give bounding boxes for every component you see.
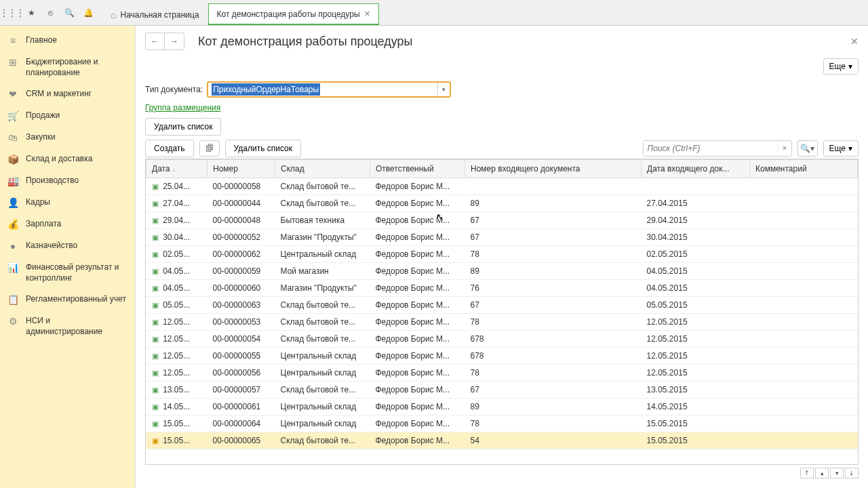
sidebar-item-label: Продажи [26,110,60,121]
clear-search-icon[interactable]: × [778,141,791,156]
sidebar-item-0[interactable]: ≡Главное [0,30,135,52]
sidebar-icon: 📊 [7,262,19,273]
sidebar-icon: 🛒 [7,110,19,121]
search-options-button[interactable]: 🔍▾ [797,140,818,157]
table-row[interactable]: ▣ 30.04...00-00000052Магазин "Продукты"Ф… [146,229,858,246]
doc-type-label: Тип документа: [145,85,203,94]
table-row[interactable]: ▣ 12.05...00-00000055Центральный складФе… [146,348,858,365]
sidebar-item-10[interactable]: 📊Финансовый результат и контроллинг [0,257,135,289]
tab-label: Начальная страница [120,10,199,20]
button-row-1: Удалить список [145,118,859,136]
sidebar-item-label: Регламентированный учет [26,294,126,305]
sidebar-icon: 📦 [7,154,19,165]
col-header[interactable]: Номер входящего документа [465,160,642,178]
copy-button[interactable]: 🗐 [199,140,220,157]
link-icon[interactable]: ⎋ [41,3,60,22]
forward-button[interactable]: → [165,33,184,49]
nav-last-icon[interactable]: ⤓ [845,468,859,479]
sidebar-item-4[interactable]: 🛍Закупки [0,127,135,148]
col-header[interactable]: Дата↓ [146,160,208,178]
close-icon[interactable]: ✕ [364,9,370,18]
table-row[interactable]: ▣ 02.05...00-00000062Центральный складФе… [146,246,858,263]
more-button[interactable]: Еще ▾ [823,58,859,75]
sidebar-item-label: Главное [26,35,57,46]
sidebar-item-11[interactable]: 📋Регламентированный учет [0,289,135,310]
sidebar-item-5[interactable]: 📦Склад и доставка [0,148,135,170]
table-row[interactable]: ▣ 12.05...00-00000056Центральный складФе… [146,365,858,382]
table-row[interactable]: ▣ 04.05...00-00000060Магазин "Продукты"Ф… [146,280,858,297]
sidebar-item-label: Склад и доставка [26,154,92,165]
search-input[interactable] [644,141,778,156]
col-header[interactable]: Номер [208,160,275,178]
sidebar-item-1[interactable]: ⊞Бюджетирование и планирование [0,52,135,83]
nav-up-icon[interactable]: ▴ [815,468,829,479]
sidebar-item-label: Закупки [26,132,56,143]
doc-icon: ▣ [152,267,159,275]
col-header[interactable]: Ответственный [370,160,465,178]
col-header[interactable]: Склад [275,160,370,178]
home-icon: ⌂ [111,9,116,20]
sidebar-item-label: НСИ и администрирование [26,316,128,337]
sidebar-item-8[interactable]: 💰Зарплата [0,214,135,235]
sidebar-item-7[interactable]: 👤Кадры [0,192,135,214]
doc-icon: ▣ [152,301,159,309]
doc-icon: ▣ [152,386,159,394]
table-row[interactable]: ▣ 12.05...00-00000053Склад бытовой те...… [146,314,858,331]
nav-first-icon[interactable]: ⤒ [800,468,814,479]
doc-icon: ▣ [152,403,159,411]
list-more-button[interactable]: Еще ▾ [823,140,859,157]
table-row[interactable]: ▣ 13.05...00-00000057Склад бытовой те...… [146,382,858,399]
table-row[interactable]: ▣ 15.05...00-00000065Склад бытовой те...… [146,432,858,449]
col-header[interactable]: Дата входящего док... [642,160,750,178]
more-row: Еще ▾ [145,58,859,75]
apps-icon[interactable]: ⋮⋮⋮ [3,3,22,22]
sidebar-item-9[interactable]: ●Казначейство [0,235,135,257]
tab-procedure-demo[interactable]: Кот демонстрация работы процедуры ✕ [208,3,379,25]
sidebar-item-6[interactable]: 🏭Производство [0,170,135,192]
doc-icon: ▣ [152,436,159,445]
table-wrap: Дата↓НомерСкладОтветственныйНомер входящ… [145,159,859,465]
table-row[interactable]: ▣ 05.05...00-00000063Склад бытовой те...… [146,297,858,314]
sidebar-item-2[interactable]: ❤CRM и маркетинг [0,83,135,105]
bell-icon[interactable]: 🔔 [79,3,98,22]
table-row[interactable]: ▣ 27.04...00-00000044Склад бытовой те...… [146,195,858,212]
sidebar-item-label: CRM и маркетинг [26,89,92,100]
group-placement-link[interactable]: Группа размещения [145,103,220,113]
doc-icon: ▣ [152,369,159,377]
nav-down-icon[interactable]: ▾ [830,468,844,479]
doc-icon: ▣ [152,352,159,360]
table-row[interactable]: ▣ 14.05...00-00000061Центральный складФе… [146,399,858,415]
delete-list-button-1[interactable]: Удалить список [145,118,221,136]
sidebar-item-label: Зарплата [26,219,62,230]
star-icon[interactable]: ★ [22,3,41,22]
page-title: Кот демонстрация работы процедуры [198,35,850,49]
sidebar-item-3[interactable]: 🛒Продажи [0,105,135,127]
top-toolbar: ⋮⋮⋮ ★ ⎋ 🔍 🔔 ⌂ Начальная страница Кот дем… [0,0,868,26]
table-row[interactable]: ▣ 15.05...00-00000064Центральный складФе… [146,415,858,432]
dropdown-icon[interactable]: ▾ [437,83,450,96]
sidebar-icon: ⊞ [7,57,19,68]
table-row[interactable]: ▣ 12.05...00-00000054Склад бытовой те...… [146,331,858,348]
table-row[interactable]: ▣ 04.05...00-00000059Мой магазинФедоров … [146,263,858,280]
search-icon[interactable]: 🔍 [60,3,79,22]
table-row[interactable]: ▣ 25.04...00-00000058Склад бытовой те...… [146,178,858,195]
sidebar-item-label: Кадры [26,197,50,208]
sidebar-item-label: Бюджетирование и планирование [26,57,128,78]
group-row: Группа размещения [145,103,859,113]
back-button[interactable]: ← [146,33,165,49]
content: ← → Кот демонстрация работы процедуры ✕ … [136,26,868,488]
sidebar-icon: ⚙ [7,316,19,327]
close-page-button[interactable]: ✕ [850,36,859,47]
tab-home[interactable]: ⌂ Начальная страница [102,3,208,25]
documents-table: Дата↓НомерСкладОтветственныйНомер входящ… [146,159,858,449]
delete-list-button-2[interactable]: Удалить список [225,140,301,157]
doc-type-combo[interactable]: ПриходныйОрдерНаТовары ▾ [207,81,451,98]
doc-icon: ▣ [152,318,159,326]
table-row[interactable]: ▣ 29.04...00-00000048Бытовая техникаФедо… [146,212,858,229]
create-button[interactable]: Создать [145,140,194,157]
col-header[interactable]: Комментарий [750,160,858,178]
doc-icon: ▣ [152,233,159,241]
search-box[interactable]: × [643,140,792,157]
sidebar-icon: ≡ [7,35,19,46]
sidebar-item-12[interactable]: ⚙НСИ и администрирование [0,310,135,342]
